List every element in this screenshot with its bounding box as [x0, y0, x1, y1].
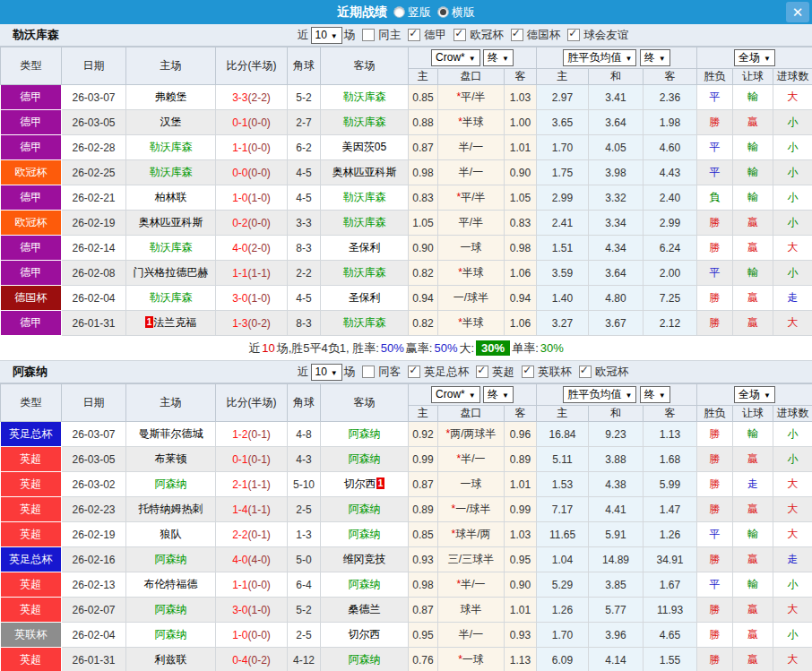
- home-team[interactable]: 布伦特福德: [126, 572, 216, 598]
- away-team[interactable]: 勒沃库森: [321, 311, 409, 336]
- bookmaker-select[interactable]: Crow*: [431, 49, 480, 66]
- away-team[interactable]: 阿森纳: [321, 648, 409, 671]
- league-filter-checkbox[interactable]: [408, 366, 420, 378]
- odds-stage-select[interactable]: 终: [483, 49, 514, 66]
- away-team[interactable]: 桑德兰: [321, 598, 409, 623]
- league-filter-label: 英联杯: [538, 365, 572, 380]
- away-team[interactable]: 阿森纳: [321, 447, 409, 472]
- match-date: 26-01-31: [62, 311, 126, 336]
- halftime-score: (0-1): [248, 529, 271, 541]
- home-team[interactable]: 奥林匹亚科斯: [126, 211, 216, 236]
- team-section-leverkusen: 勒沃库森 近10场同主德甲欧冠杯德国杯球会友谊 类型 日期 主场 比分(半场) …: [0, 24, 812, 361]
- league-filter-checkbox[interactable]: [511, 29, 523, 41]
- away-team[interactable]: 勒沃库森: [321, 261, 409, 286]
- match-row: 英超26-03-02阿森纳2-1(1-1)5-10切尔西10.87一球1.011…: [1, 472, 812, 497]
- handicap-line: *半球: [438, 311, 505, 336]
- league-filter-checkbox[interactable]: [567, 29, 580, 41]
- away-team[interactable]: 阿森纳: [321, 497, 409, 522]
- result-wdl: 勝: [697, 286, 733, 311]
- away-team[interactable]: 美因茨05: [321, 135, 409, 160]
- avg-draw-odds: 5.91: [589, 522, 644, 547]
- away-team[interactable]: 切尔西: [321, 623, 409, 648]
- away-team[interactable]: 切尔西1: [321, 472, 409, 497]
- home-team[interactable]: 勒沃库森: [126, 286, 216, 311]
- avg-odds-select[interactable]: 胜平负均值: [563, 386, 636, 403]
- radio-horizontal-layout[interactable]: 横版: [437, 4, 475, 21]
- league-filter-checkbox[interactable]: [579, 366, 592, 378]
- avg-away-odds: 5.99: [644, 472, 697, 497]
- home-team[interactable]: 勒沃库森: [126, 236, 216, 261]
- filter-bar: 近10场同客英足总杯英超英联杯欧冠杯: [296, 361, 630, 383]
- away-team[interactable]: 圣保利: [321, 286, 409, 311]
- away-odds: 0.83: [505, 211, 537, 236]
- away-team[interactable]: 圣保利: [321, 236, 409, 261]
- away-team[interactable]: 维冈竞技: [321, 547, 409, 572]
- avg-stage-select[interactable]: 终: [640, 49, 670, 66]
- radio-vertical-layout[interactable]: 竖版: [393, 4, 431, 21]
- home-team[interactable]: 柏林联: [126, 185, 216, 211]
- fulltime-score: 1-1: [232, 579, 247, 591]
- fulltime-score: 2-1: [232, 478, 247, 491]
- home-team[interactable]: 狼队: [126, 522, 216, 547]
- result-handicap: 贏: [733, 286, 773, 311]
- handicap-text: 两/两球半: [450, 427, 496, 440]
- same-venue-checkbox[interactable]: [362, 366, 375, 378]
- close-icon[interactable]: ✕: [786, 2, 809, 22]
- away-team[interactable]: 奥林匹亚科斯: [321, 160, 409, 185]
- home-team[interactable]: 勒沃库森: [126, 135, 216, 160]
- handicap-text: 半球: [462, 266, 484, 279]
- result-wdl: 負: [697, 185, 733, 211]
- same-venue-checkbox[interactable]: [362, 29, 375, 41]
- home-team[interactable]: 弗赖堡: [126, 85, 216, 110]
- result-wdl: 平: [697, 261, 733, 286]
- home-team[interactable]: 阿森纳: [126, 472, 216, 497]
- away-team[interactable]: 勒沃库森: [321, 85, 409, 110]
- away-team[interactable]: 勒沃库森: [321, 110, 409, 135]
- team-name: 勒沃库森: [13, 27, 59, 43]
- league-badge: 英联杯: [1, 623, 62, 648]
- avg-stage-select[interactable]: 终: [640, 386, 670, 403]
- home-team[interactable]: 托特纳姆热刺: [126, 497, 216, 522]
- league-filter-checkbox[interactable]: [408, 29, 420, 41]
- away-team[interactable]: 阿森纳: [321, 522, 409, 547]
- away-team[interactable]: 阿森纳: [321, 572, 409, 598]
- home-team[interactable]: 阿森纳: [126, 623, 216, 648]
- home-team[interactable]: 门兴格拉德巴赫: [126, 261, 216, 286]
- home-team[interactable]: 阿森纳: [126, 598, 216, 623]
- scope-select[interactable]: 全场: [734, 386, 775, 403]
- league-filter-checkbox[interactable]: [476, 366, 488, 378]
- home-team[interactable]: 利兹联: [126, 648, 216, 671]
- home-team[interactable]: 布莱顿: [126, 447, 216, 472]
- league-filter-checkbox[interactable]: [454, 29, 466, 41]
- home-team[interactable]: 1法兰克福: [126, 311, 216, 336]
- bookmaker-select[interactable]: Crow*: [431, 386, 480, 403]
- result-goals: 走: [773, 286, 812, 311]
- halftime-score: (0-0): [248, 629, 271, 641]
- match-count-select[interactable]: 10: [311, 27, 342, 44]
- col-corners: 角球: [288, 47, 321, 85]
- fulltime-score: 0-1: [232, 453, 247, 466]
- home-team[interactable]: 勒沃库森: [126, 160, 216, 185]
- scope-select[interactable]: 全场: [734, 49, 775, 66]
- fulltime-score: 1-1: [232, 142, 247, 154]
- away-team[interactable]: 勒沃库森: [321, 211, 409, 236]
- avg-draw-odds: 4.80: [589, 286, 644, 311]
- match-count-select[interactable]: 10: [311, 364, 342, 381]
- away-team[interactable]: 阿森纳: [321, 422, 409, 447]
- opponent-team-name: 弗赖堡: [155, 90, 187, 103]
- corners: 4-8: [288, 422, 321, 447]
- away-odds: 1.01: [505, 135, 537, 160]
- league-badge: 英超: [1, 522, 62, 547]
- home-team[interactable]: 曼斯菲尔德城: [126, 422, 216, 447]
- home-team[interactable]: 汉堡: [126, 110, 216, 135]
- corners: 3-3: [288, 211, 321, 236]
- avg-odds-select[interactable]: 胜平负均值: [563, 49, 636, 66]
- away-team[interactable]: 勒沃库森: [321, 185, 409, 211]
- home-odds: 0.76: [409, 648, 438, 671]
- match-date: 26-02-25: [62, 160, 126, 185]
- result-wdl: 勝: [697, 497, 733, 522]
- result-wdl: 平: [697, 160, 733, 185]
- odds-stage-select[interactable]: 终: [483, 386, 514, 403]
- home-team[interactable]: 阿森纳: [126, 547, 216, 572]
- league-filter-checkbox[interactable]: [522, 366, 534, 378]
